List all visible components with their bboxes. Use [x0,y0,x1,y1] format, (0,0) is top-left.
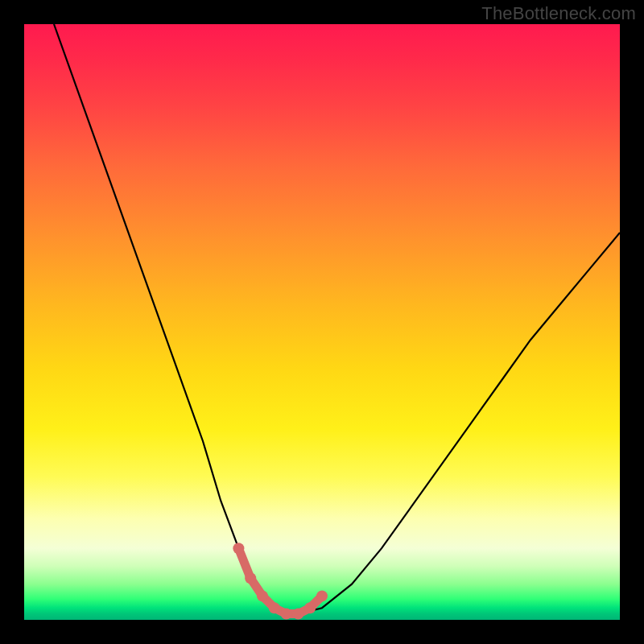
curve-layer [24,24,620,620]
marker-dot [281,609,292,620]
marker-dot [316,590,328,601]
chart-frame: TheBottleneck.com [0,0,644,644]
marker-dot [292,609,303,620]
marker-dot [304,602,316,613]
marker-dot [257,590,268,601]
marker-dot [269,602,280,613]
watermark-label: TheBottleneck.com [481,3,636,24]
plot-area [24,24,620,620]
marker-dot [245,572,256,584]
bottleneck-curve [54,24,620,614]
highlighted-markers [233,543,328,619]
marker-dot [233,543,244,554]
